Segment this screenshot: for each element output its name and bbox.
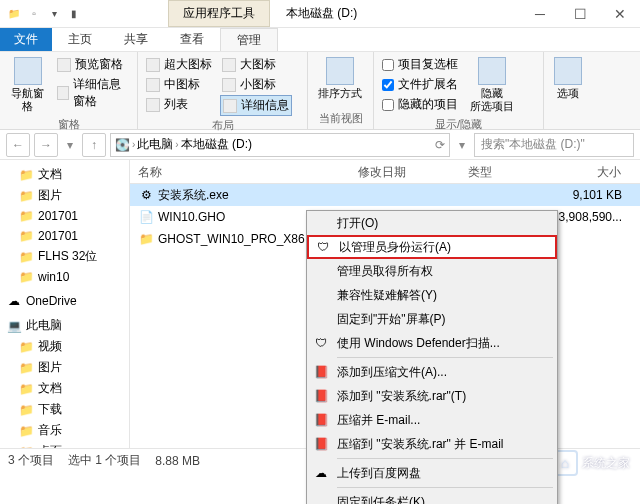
context-menu-item[interactable]: 📕压缩并 E-mail... <box>307 408 557 432</box>
tree-item[interactable]: 📁音乐 <box>0 420 129 441</box>
watermark: ⌂ 系统之家 <box>552 450 630 476</box>
context-menu-item[interactable]: 📕添加到压缩文件(A)... <box>307 360 557 384</box>
context-menu-item[interactable]: 📕压缩到 "安装系统.rar" 并 E-mail <box>307 432 557 456</box>
nav-pane-button[interactable]: 导航窗格 <box>6 55 49 115</box>
group-label-panes: 窗格 <box>6 115 131 132</box>
context-menu-item[interactable]: 管理员取得所有权 <box>307 259 557 283</box>
window-title: 本地磁盘 (D:) <box>276 1 367 26</box>
tree-item[interactable]: 📁图片 <box>0 185 129 206</box>
folder-icon: 📁 <box>6 6 22 22</box>
qat-sep-icon: ▮ <box>66 6 82 22</box>
titlebar: 📁 ▫ ▾ ▮ 应用程序工具 本地磁盘 (D:) ─ ☐ ✕ <box>0 0 640 28</box>
preview-pane-button[interactable]: 预览窗格 <box>55 55 131 74</box>
context-menu-item[interactable]: 打开(O) <box>307 211 557 235</box>
qat-icon[interactable]: ▫ <box>26 6 42 22</box>
tree-item[interactable]: 📁桌面 <box>0 441 129 448</box>
tree-item[interactable]: 📁FLHS 32位 <box>0 246 129 267</box>
status-selected: 选中 1 个项目 <box>68 452 141 469</box>
qat-dropdown-icon[interactable]: ▾ <box>46 6 62 22</box>
sort-button[interactable]: 排序方式 <box>314 55 366 109</box>
context-menu-item[interactable]: ☁上传到百度网盘 <box>307 461 557 485</box>
file-row[interactable]: ⚙安装系统.exe9,101 KB <box>130 184 640 206</box>
tree-item[interactable]: ☁OneDrive <box>0 291 129 311</box>
close-button[interactable]: ✕ <box>600 0 640 28</box>
context-menu-item[interactable]: 🛡使用 Windows Defender扫描... <box>307 331 557 355</box>
context-menu-item[interactable]: 🛡以管理员身份运行(A) <box>307 235 557 259</box>
ribbon: 导航窗格 预览窗格 详细信息窗格 窗格 超大图标 中图标 列表 大图标 小图标 … <box>0 52 640 130</box>
recent-dropdown[interactable]: ▾ <box>62 133 78 157</box>
status-count: 3 个项目 <box>8 452 54 469</box>
tree-item[interactable]: 📁201701 <box>0 226 129 246</box>
chk-file-ext[interactable]: 文件扩展名 <box>380 75 460 94</box>
up-button[interactable]: ↑ <box>82 133 106 157</box>
minimize-button[interactable]: ─ <box>520 0 560 28</box>
tab-manage[interactable]: 管理 <box>220 28 278 51</box>
col-size[interactable]: 大小 <box>540 160 630 183</box>
col-date[interactable]: 修改日期 <box>350 160 460 183</box>
tab-view[interactable]: 查看 <box>164 28 220 51</box>
col-name[interactable]: 名称 <box>130 160 350 183</box>
maximize-button[interactable]: ☐ <box>560 0 600 28</box>
search-input[interactable]: 搜索"本地磁盘 (D:)" <box>474 133 634 157</box>
back-button[interactable]: ← <box>6 133 30 157</box>
view-l-icons[interactable]: 大图标 <box>220 55 292 74</box>
tab-share[interactable]: 共享 <box>108 28 164 51</box>
view-s-icons[interactable]: 小图标 <box>220 75 292 94</box>
menubar: 文件 主页 共享 查看 管理 <box>0 28 640 52</box>
list-header[interactable]: 名称 修改日期 类型 大小 <box>130 160 640 184</box>
context-menu: 打开(O)🛡以管理员身份运行(A)管理员取得所有权兼容性疑难解答(Y)固定到"开… <box>306 210 558 504</box>
chk-hidden[interactable]: 隐藏的项目 <box>380 95 460 114</box>
context-menu-item[interactable]: 固定到任务栏(K) <box>307 490 557 504</box>
col-type[interactable]: 类型 <box>460 160 540 183</box>
group-label-layout: 布局 <box>144 116 301 133</box>
details-pane-button[interactable]: 详细信息窗格 <box>55 75 131 111</box>
tree-item[interactable]: 📁图片 <box>0 357 129 378</box>
group-label-show: 显示/隐藏 <box>380 115 537 132</box>
chk-item-checkboxes[interactable]: 项目复选框 <box>380 55 460 74</box>
nav-tree[interactable]: 📁文档📁图片📁201701📁201701📁FLHS 32位📁win10☁OneD… <box>0 160 130 448</box>
tree-item[interactable]: 📁下载 <box>0 399 129 420</box>
tree-item[interactable]: 📁文档 <box>0 378 129 399</box>
status-size: 8.88 MB <box>155 454 200 468</box>
drive-icon: 💽 <box>115 138 130 152</box>
breadcrumb-pc[interactable]: 此电脑 <box>137 136 173 153</box>
options-button[interactable]: 选项 <box>550 55 586 124</box>
refresh-icon[interactable]: ⟳ <box>435 138 445 152</box>
view-details[interactable]: 详细信息 <box>220 95 292 116</box>
context-menu-item[interactable]: 固定到"开始"屏幕(P) <box>307 307 557 331</box>
view-m-icons[interactable]: 中图标 <box>144 75 214 94</box>
context-menu-item[interactable]: 兼容性疑难解答(Y) <box>307 283 557 307</box>
tree-item[interactable]: 📁win10 <box>0 267 129 287</box>
breadcrumb-drive[interactable]: 本地磁盘 (D:) <box>181 136 252 153</box>
tab-home[interactable]: 主页 <box>52 28 108 51</box>
file-menu[interactable]: 文件 <box>0 28 52 51</box>
tree-item[interactable]: 📁201701 <box>0 206 129 226</box>
address-bar[interactable]: 💽› 此电脑› 本地磁盘 (D:) ⟳ <box>110 133 450 157</box>
group-label-view: 当前视图 <box>314 109 367 126</box>
forward-button[interactable]: → <box>34 133 58 157</box>
tree-item[interactable]: 📁视频 <box>0 336 129 357</box>
view-list[interactable]: 列表 <box>144 95 214 114</box>
address-row: ← → ▾ ↑ 💽› 此电脑› 本地磁盘 (D:) ⟳ ▾ 搜索"本地磁盘 (D… <box>0 130 640 160</box>
hide-selected-button[interactable]: 隐藏 所选项目 <box>466 55 518 115</box>
tree-item[interactable]: 💻此电脑 <box>0 315 129 336</box>
view-xl-icons[interactable]: 超大图标 <box>144 55 214 74</box>
context-menu-item[interactable]: 📕添加到 "安装系统.rar"(T) <box>307 384 557 408</box>
tree-item[interactable]: 📁文档 <box>0 164 129 185</box>
context-tab[interactable]: 应用程序工具 <box>168 0 270 27</box>
addr-dropdown-icon[interactable]: ▾ <box>454 133 470 157</box>
